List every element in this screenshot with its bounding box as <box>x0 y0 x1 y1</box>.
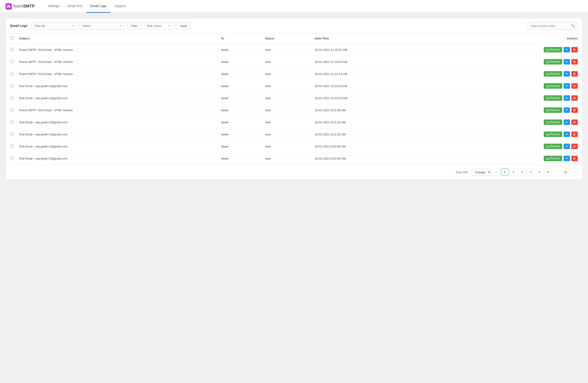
delete-button[interactable]: 🗑 <box>571 156 578 161</box>
nav-settings[interactable]: Settings <box>44 0 64 13</box>
delete-button[interactable]: 🗑 <box>571 83 578 89</box>
chevron-down-icon: ▼ <box>120 25 122 27</box>
delete-button[interactable]: 🗑 <box>571 120 578 125</box>
nav-email-test[interactable]: Email Test <box>64 0 86 13</box>
page-button-4[interactable]: 4 <box>527 168 534 176</box>
view-button[interactable]: 👁 <box>564 144 570 149</box>
resend-button[interactable]: Resend <box>544 120 562 125</box>
row-checkbox-cell <box>6 141 16 153</box>
page-button-26[interactable]: 26 <box>562 168 569 176</box>
resend-icon <box>546 121 549 123</box>
page-button-1[interactable]: 1 <box>501 168 508 176</box>
row-datetime: 18-01-2021 9:21:03 AM <box>312 116 441 128</box>
nav-email-logs[interactable]: Email Logs <box>86 0 110 13</box>
table-row: Fluent SMTP: Test Email - HTML Version J… <box>6 44 582 56</box>
eye-icon: 👁 <box>566 157 568 160</box>
resend-button[interactable]: Resend <box>544 95 562 101</box>
row-checkbox[interactable] <box>10 96 13 100</box>
view-button[interactable]: 👁 <box>564 107 570 113</box>
view-button[interactable]: 👁 <box>564 95 570 101</box>
row-checkbox[interactable] <box>10 108 13 111</box>
row-checkbox[interactable] <box>10 72 13 75</box>
view-button[interactable]: 👁 <box>564 47 570 52</box>
trash-icon: 🗑 <box>573 97 576 100</box>
view-button[interactable]: 👁 <box>564 156 570 161</box>
resend-button[interactable]: Resend <box>544 144 562 149</box>
trash-icon: 🗑 <box>573 121 576 124</box>
pagination: Total 259 10/page 20/page 50/page ‹ 1 2 … <box>6 165 582 180</box>
delete-button[interactable]: 🗑 <box>571 47 578 52</box>
view-button[interactable]: 👁 <box>564 83 570 89</box>
delete-button[interactable]: 🗑 <box>571 144 578 149</box>
toolbar: Email Logs Filter By ▼ Select ▼ Filter B… <box>6 19 582 33</box>
row-checkbox[interactable] <box>10 157 13 160</box>
eye-icon: 👁 <box>566 84 568 88</box>
view-button[interactable]: 👁 <box>564 132 570 137</box>
trash-icon: 🗑 <box>573 60 576 63</box>
row-status: sent <box>263 68 312 80</box>
delete-button[interactable]: 🗑 <box>571 59 578 64</box>
bulk-action-dropdown[interactable]: Bulk Action ▼ <box>144 22 174 29</box>
chevron-down-icon: ▼ <box>72 25 74 27</box>
actions-header: Actions <box>441 33 582 44</box>
table-row: Fluent SMTP: Test Email - HTML Version J… <box>6 56 582 68</box>
eye-icon: 👁 <box>566 48 568 51</box>
filter-by-dropdown[interactable]: Filter By ▼ <box>31 22 77 29</box>
to-header: To <box>218 33 263 44</box>
row-status: sent <box>263 44 312 56</box>
select-dropdown[interactable]: Select ▼ <box>79 22 125 29</box>
apply-button[interactable]: Apply <box>176 22 191 29</box>
nav-links: Settings Email Test Email Logs Support <box>44 0 130 13</box>
page-button-3[interactable]: 3 <box>518 168 526 176</box>
page-button-6[interactable]: 6 <box>545 168 552 176</box>
table-row: Test Email - cep.jewel+2@gmail.com Jewel… <box>6 80 582 92</box>
row-checkbox[interactable] <box>10 144 13 148</box>
resend-button[interactable]: Resend <box>544 59 562 64</box>
table-row: Test Email - cep.jewel+1@gmail.com Jewel… <box>6 153 582 165</box>
table-row: Test Email - cep.jewel+1@gmail.com Jewel… <box>6 128 582 141</box>
row-actions: Resend 👁 🗑 <box>441 141 582 153</box>
delete-button[interactable]: 🗑 <box>571 107 578 113</box>
resend-button[interactable]: Resend <box>544 47 562 52</box>
row-checkbox[interactable] <box>10 132 13 136</box>
select-all-checkbox[interactable] <box>10 37 13 40</box>
row-to: Jewel <box>218 141 263 153</box>
subject-header: Subject <box>16 33 218 44</box>
per-page-select[interactable]: 10/page 20/page 50/page <box>472 169 491 176</box>
delete-button[interactable]: 🗑 <box>571 71 578 77</box>
view-button[interactable]: 👁 <box>564 59 570 64</box>
row-checkbox[interactable] <box>10 60 13 63</box>
resend-button[interactable]: Resend <box>544 83 562 89</box>
page-button-2[interactable]: 2 <box>510 168 517 176</box>
row-actions: Resend 👁 🗑 <box>441 92 582 104</box>
search-input[interactable] <box>530 24 569 28</box>
view-button[interactable]: 👁 <box>564 71 570 77</box>
row-actions: Resend 👁 🗑 <box>441 128 582 141</box>
trash-icon: 🗑 <box>573 84 576 88</box>
row-checkbox[interactable] <box>10 120 13 123</box>
row-checkbox[interactable] <box>10 48 13 51</box>
row-checkbox[interactable] <box>10 84 13 87</box>
row-datetime: 18-01-2021 10:33:22 AM <box>312 80 441 92</box>
row-status: sent <box>263 104 312 116</box>
logo-icon <box>5 3 12 10</box>
eye-icon: 👁 <box>566 145 568 148</box>
next-page-button[interactable]: › <box>570 168 578 176</box>
page-button-5[interactable]: 5 <box>536 168 543 176</box>
view-button[interactable]: 👁 <box>564 120 570 125</box>
delete-button[interactable]: 🗑 <box>571 95 578 101</box>
resend-icon <box>546 73 549 75</box>
trash-icon: 🗑 <box>573 145 576 148</box>
table-row: Test Email - cep.jewel+1@gmail.com Jewel… <box>6 92 582 104</box>
table-row: Test Email - cep.jewel+2@gmail.com Jewel… <box>6 116 582 128</box>
search-box: 🔍 <box>527 22 578 29</box>
prev-page-button[interactable]: ‹ <box>492 168 500 176</box>
row-checkbox-cell <box>6 68 16 80</box>
filter-button[interactable]: Filter <box>127 22 142 29</box>
nav-support[interactable]: Support <box>110 0 130 13</box>
delete-button[interactable]: 🗑 <box>571 132 578 137</box>
resend-button[interactable]: Resend <box>544 107 562 113</box>
resend-button[interactable]: Resend <box>544 71 562 77</box>
resend-button[interactable]: Resend <box>544 156 562 161</box>
resend-button[interactable]: Resend <box>544 132 562 137</box>
